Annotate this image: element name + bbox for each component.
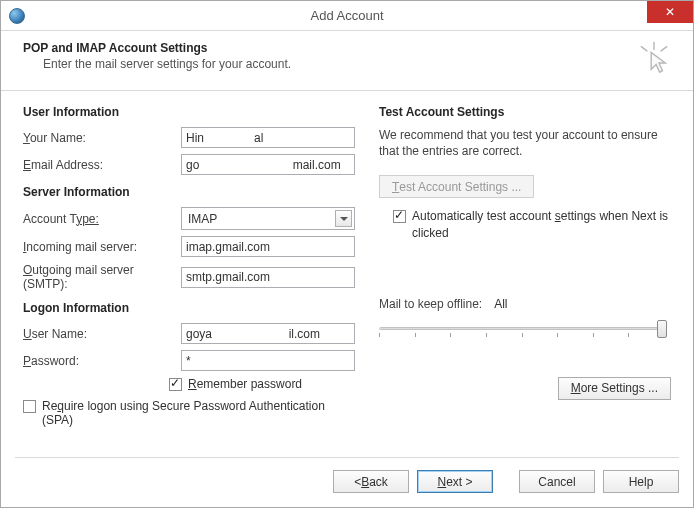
input-your-name[interactable] bbox=[181, 127, 355, 148]
label-incoming: Incoming mail server: bbox=[23, 240, 181, 254]
cancel-button[interactable]: Cancel bbox=[519, 470, 595, 493]
chevron-down-icon bbox=[335, 210, 352, 227]
more-settings-button[interactable]: More Settings ... bbox=[558, 377, 671, 400]
cursor-icon bbox=[637, 41, 671, 78]
section-server-info: Server Information bbox=[23, 185, 355, 199]
input-email[interactable] bbox=[181, 154, 355, 175]
label-email: Email Address: bbox=[23, 158, 181, 172]
titlebar: Add Account ✕ bbox=[1, 1, 693, 31]
row-outgoing: Outgoing mail server (SMTP): bbox=[23, 263, 355, 291]
row-incoming: Incoming mail server: bbox=[23, 236, 355, 257]
input-username[interactable] bbox=[181, 323, 355, 344]
input-incoming[interactable] bbox=[181, 236, 355, 257]
svg-line-1 bbox=[641, 47, 647, 51]
page-subtitle: Enter the mail server settings for your … bbox=[43, 57, 291, 71]
slider-thumb[interactable] bbox=[657, 320, 667, 338]
label-password: Password: bbox=[23, 354, 181, 368]
row-auto-test: Automatically test account settings when… bbox=[379, 208, 671, 240]
right-column: Test Account Settings We recommend that … bbox=[379, 105, 671, 427]
row-password: Password: bbox=[23, 350, 355, 371]
wizard-header: POP and IMAP Account Settings Enter the … bbox=[1, 31, 693, 91]
label-your-name: Your Name: bbox=[23, 131, 181, 145]
content: User Information Your Name: Email Addres… bbox=[1, 91, 693, 427]
label-outgoing: Outgoing mail server (SMTP): bbox=[23, 263, 181, 291]
row-your-name: Your Name: bbox=[23, 127, 355, 148]
label-spa: Require logon using Secure Password Auth… bbox=[42, 399, 355, 427]
slider-ticks bbox=[379, 333, 665, 337]
row-username: User Name: bbox=[23, 323, 355, 344]
input-outgoing[interactable] bbox=[181, 267, 355, 288]
select-account-type[interactable]: IMAP bbox=[181, 207, 355, 230]
slider-section: Mail to keep offline: All bbox=[379, 297, 671, 341]
next-button[interactable]: Next > bbox=[417, 470, 493, 493]
row-remember-password: Remember password bbox=[169, 377, 355, 391]
app-icon bbox=[9, 8, 25, 24]
slider-track bbox=[379, 327, 665, 330]
label-remember-password: Remember password bbox=[188, 377, 302, 391]
slider-value: All bbox=[494, 297, 507, 311]
test-account-settings-button[interactable]: Test Account Settings ... bbox=[379, 175, 534, 198]
close-button[interactable]: ✕ bbox=[647, 1, 693, 23]
row-email: Email Address: bbox=[23, 154, 355, 175]
window-title: Add Account bbox=[1, 8, 693, 23]
section-logon-info: Logon Information bbox=[23, 301, 355, 315]
row-spa: Require logon using Secure Password Auth… bbox=[23, 399, 355, 427]
slider-label: Mail to keep offline: bbox=[379, 297, 482, 311]
select-account-type-value: IMAP bbox=[188, 212, 217, 226]
page-title: POP and IMAP Account Settings bbox=[23, 41, 291, 55]
svg-line-2 bbox=[661, 47, 667, 51]
input-password[interactable] bbox=[181, 350, 355, 371]
test-settings-desc: We recommend that you test your account … bbox=[379, 127, 671, 159]
close-icon: ✕ bbox=[665, 5, 675, 19]
section-user-info: User Information bbox=[23, 105, 355, 119]
checkbox-spa[interactable] bbox=[23, 400, 36, 413]
label-username: User Name: bbox=[23, 327, 181, 341]
section-test-settings: Test Account Settings bbox=[379, 105, 671, 119]
mail-offline-slider[interactable] bbox=[379, 317, 665, 341]
wizard-footer: < Back Next > Cancel Help bbox=[15, 457, 679, 493]
label-account-type: Account Type: bbox=[23, 212, 181, 226]
label-auto-test: Automatically test account settings when… bbox=[412, 208, 671, 240]
back-button[interactable]: < Back bbox=[333, 470, 409, 493]
checkbox-auto-test[interactable] bbox=[393, 210, 406, 223]
left-column: User Information Your Name: Email Addres… bbox=[23, 105, 355, 427]
row-account-type: Account Type: IMAP bbox=[23, 207, 355, 230]
help-button[interactable]: Help bbox=[603, 470, 679, 493]
checkbox-remember-password[interactable] bbox=[169, 378, 182, 391]
